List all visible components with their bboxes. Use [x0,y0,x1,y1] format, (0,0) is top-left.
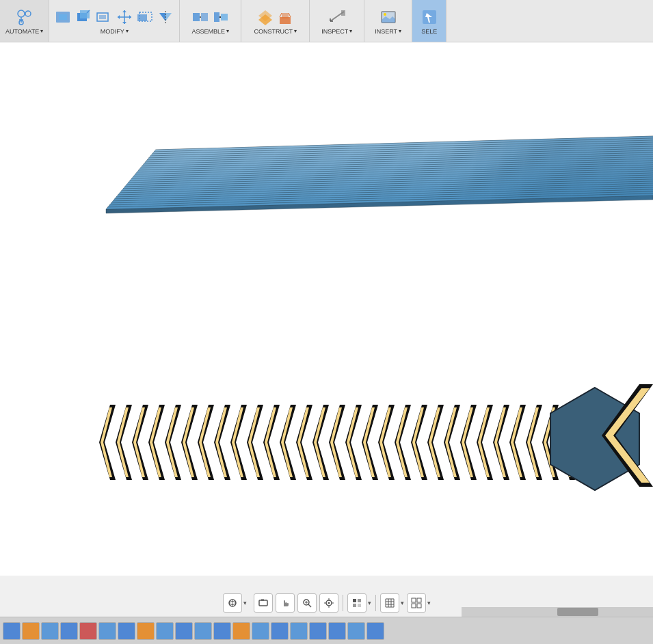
flip-icon [156,8,175,27]
status-icon-4[interactable] [79,622,97,640]
grid-dropdown[interactable]: ▾ [401,600,404,606]
view-toolbar: ▾ [0,589,653,617]
rigid-group-icon [211,8,230,27]
svg-rect-51 [358,599,361,602]
modify-label: MODIFY▾ [101,28,129,35]
model-canvas [0,42,653,576]
svg-rect-11 [99,15,106,19]
pan-button[interactable] [254,593,273,613]
separator-1 [343,595,343,611]
svg-rect-14 [137,14,147,21]
toolbar-group-construct[interactable]: CONSTRUCT▾ [241,0,310,42]
svg-rect-25 [282,13,289,18]
status-icon-10[interactable] [194,622,212,640]
assemble-label: ASSEMBLE▾ [191,28,229,35]
svg-rect-65 [417,604,421,608]
svg-rect-18 [201,13,208,21]
zoom-fit-button[interactable] [297,593,317,613]
scale-icon [135,8,155,27]
status-icon-13[interactable] [252,622,269,640]
svg-line-41 [308,604,311,607]
svg-point-1 [25,11,31,16]
status-icon-18[interactable] [347,622,365,640]
select-label: SELE [421,28,437,35]
svg-rect-21 [221,14,228,21]
inspect-label: INSPECT▾ [321,28,352,35]
svg-rect-62 [412,598,416,602]
status-icon-9[interactable] [175,622,193,640]
display-mode-button[interactable] [347,593,367,613]
svg-rect-39 [261,599,264,601]
3d-viewport[interactable] [0,42,653,576]
svg-rect-52 [353,604,356,607]
automate-label: AUTOMATE▾ [5,28,43,35]
insert-label: INSERT▾ [375,28,401,35]
status-icon-11[interactable] [213,622,231,640]
status-icon-19[interactable] [367,622,384,640]
joint-icon [191,8,210,27]
svg-rect-50 [353,599,356,602]
grid2-dropdown[interactable]: ▾ [427,600,431,606]
extrude-icon [276,8,295,27]
svg-rect-63 [417,598,421,602]
svg-point-45 [328,602,330,604]
push-pull-icon [74,8,93,27]
main-toolbar: AUTOMATE▾ [0,0,653,42]
svg-rect-20 [214,12,219,22]
status-icon-3[interactable] [60,622,78,640]
status-icon-17[interactable] [328,622,346,640]
move-icon [53,8,72,27]
svg-rect-64 [412,604,416,608]
status-icon-2[interactable] [41,622,59,640]
toolbar-group-automate[interactable]: AUTOMATE▾ [0,0,49,42]
status-icon-5[interactable] [98,622,116,640]
status-icon-1[interactable] [22,622,40,640]
svg-point-34 [384,13,386,16]
status-icon-15[interactable] [290,622,308,640]
toolbar-group-select[interactable]: SELE [412,0,447,42]
construct-label: CONSTRUCT▾ [254,28,297,35]
status-icon-6[interactable] [118,622,135,640]
svg-rect-53 [358,604,361,607]
move-crosshair-icon [115,8,134,27]
status-bar [0,617,653,644]
orbit-button[interactable] [223,593,242,613]
display-mode-dropdown[interactable]: ▾ [368,600,371,606]
insert-image-icon [379,8,398,27]
offset-plane-icon [256,8,275,27]
status-icon-16[interactable] [309,622,327,640]
status-icon-14[interactable] [271,622,289,640]
measure-icon [328,8,347,27]
look-at-button[interactable] [319,593,338,613]
grid-button[interactable] [380,593,399,613]
toolbar-group-modify[interactable]: MODIFY▾ [49,0,180,42]
orbit-dropdown[interactable]: ▾ [243,600,247,606]
svg-rect-38 [259,600,267,606]
hand-pan-button[interactable] [276,593,295,613]
toolbar-group-insert[interactable]: INSERT▾ [364,0,412,42]
status-icon-12[interactable] [232,622,250,640]
svg-line-26 [280,13,282,17]
grid2-button[interactable] [407,593,426,613]
svg-rect-17 [193,13,200,21]
svg-point-0 [18,10,25,17]
status-icon-7[interactable] [137,622,155,640]
toolbar-group-assemble[interactable]: ASSEMBLE▾ [180,0,241,42]
toolbar-group-inspect[interactable]: INSPECT▾ [310,0,364,42]
svg-rect-31 [341,10,345,16]
select-icon [420,8,439,27]
offset-icon [94,8,114,27]
status-icon-8[interactable] [156,622,174,640]
status-icon-0[interactable] [3,622,21,640]
automate-icon [15,8,34,27]
separator-2 [375,595,376,611]
svg-line-27 [289,13,291,17]
